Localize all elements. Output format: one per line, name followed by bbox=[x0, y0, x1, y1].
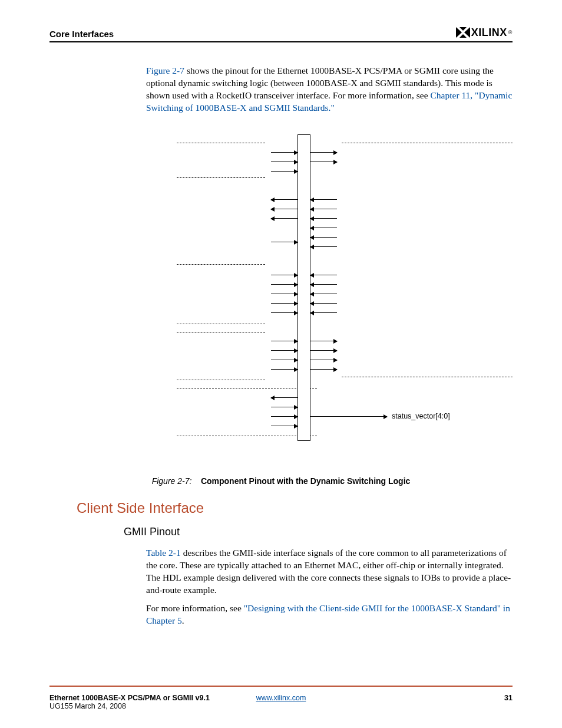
dashed-group-left-1 bbox=[177, 143, 265, 178]
dashed-group-left-2 bbox=[177, 264, 265, 324]
signal-arrow bbox=[271, 407, 297, 407]
signal-arrow bbox=[271, 209, 297, 209]
signal-arrow bbox=[310, 162, 337, 162]
more-info-tail: . bbox=[182, 615, 184, 625]
dashed-group-right-1 bbox=[342, 143, 513, 377]
signal-arrow bbox=[310, 237, 337, 238]
signal-arrow bbox=[271, 369, 297, 370]
component-block bbox=[297, 134, 310, 441]
client-side-interface-heading: Client Side Interface bbox=[77, 500, 204, 516]
signal-arrow bbox=[310, 350, 337, 351]
gmii-pinout-heading: GMII Pinout bbox=[124, 526, 180, 538]
signal-arrow bbox=[310, 228, 337, 228]
footer-docid-date: UG155 March 24, 2008 bbox=[49, 702, 210, 710]
figure-2-7-link[interactable]: Figure 2-7 bbox=[146, 65, 184, 75]
figure-title: Component Pinout with the Dynamic Switch… bbox=[201, 476, 410, 486]
signal-arrow bbox=[310, 312, 337, 313]
signal-arrow bbox=[310, 294, 337, 294]
signal-arrow bbox=[271, 303, 297, 304]
signal-arrow bbox=[310, 246, 337, 247]
figure-caption: Figure 2-7: Component Pinout with the Dy… bbox=[49, 476, 513, 486]
xilinx-logo: XILINX ® bbox=[455, 26, 513, 39]
signal-arrow bbox=[271, 341, 297, 341]
signal-arrow bbox=[310, 275, 337, 275]
xilinx-logo-icon bbox=[455, 26, 471, 39]
signal-arrow bbox=[271, 162, 297, 162]
signal-arrow bbox=[271, 218, 297, 219]
signal-arrow bbox=[271, 397, 297, 398]
table-2-1-link[interactable]: Table 2-1 bbox=[146, 548, 181, 558]
xilinx-logo-text: XILINX bbox=[471, 27, 507, 39]
signal-arrow bbox=[271, 312, 297, 313]
signal-arrow bbox=[310, 369, 337, 370]
dashed-group-left-3 bbox=[177, 332, 265, 380]
signal-arrow bbox=[271, 199, 297, 200]
gmii-pinout-paragraph: Table 2-1 describes the GMII-side interf… bbox=[146, 547, 513, 597]
page-footer: Ethernet 1000BASE-X PCS/PMA or SGMII v9.… bbox=[49, 694, 513, 710]
signal-arrow bbox=[271, 416, 297, 417]
page-header: Core Interfaces XILINX ® bbox=[49, 26, 513, 42]
figure-2-7-diagram: status_vector[4:0] bbox=[177, 129, 513, 465]
signal-arrow bbox=[271, 242, 297, 242]
signal-arrow bbox=[271, 426, 297, 426]
status-vector-label: status_vector[4:0] bbox=[392, 412, 450, 420]
signal-arrow bbox=[271, 152, 297, 153]
signal-arrow bbox=[310, 199, 337, 200]
signal-arrow bbox=[271, 294, 297, 294]
footer-rule bbox=[49, 686, 513, 687]
figure-number: Figure 2-7: bbox=[152, 476, 192, 486]
signal-arrow bbox=[271, 350, 297, 351]
signal-arrow bbox=[271, 171, 297, 172]
more-info-lead: For more information, see bbox=[146, 603, 244, 613]
gmii-text: describes the GMII-side interface signal… bbox=[146, 548, 511, 595]
signal-arrow bbox=[271, 284, 297, 285]
status-vector-arrow bbox=[310, 416, 387, 417]
registered-mark: ® bbox=[508, 29, 513, 35]
signal-arrow bbox=[271, 360, 297, 360]
signal-arrow bbox=[310, 303, 337, 304]
signal-arrow bbox=[310, 152, 337, 153]
signal-arrow bbox=[310, 360, 337, 360]
footer-url-link[interactable]: www.xilinx.com bbox=[49, 694, 513, 702]
more-info-paragraph: For more information, see "Designing wit… bbox=[146, 602, 513, 627]
signal-arrow bbox=[271, 275, 297, 275]
signal-arrow bbox=[310, 209, 337, 209]
signal-arrow bbox=[310, 341, 337, 341]
intro-paragraph: Figure 2-7 shows the pinout for the Ethe… bbox=[49, 65, 513, 114]
header-section-title: Core Interfaces bbox=[49, 29, 114, 39]
signal-arrow bbox=[310, 218, 337, 219]
dashed-group-left-4 bbox=[177, 388, 317, 436]
signal-arrow bbox=[310, 284, 337, 285]
